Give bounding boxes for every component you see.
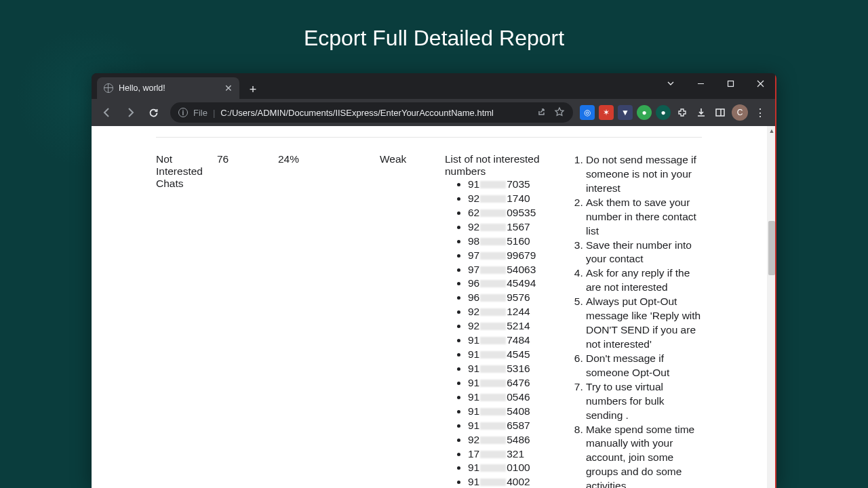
toolbar: i File | C:/Users/ADMIN/Documents/IISExp…: [92, 99, 776, 126]
maximize-button[interactable]: [715, 73, 745, 94]
list-item: 914545: [468, 348, 574, 362]
list-item: 925486: [468, 433, 574, 447]
tips-list: Do not send message if someone is not in…: [574, 153, 703, 488]
list-item: 921244: [468, 305, 574, 319]
extension-icon[interactable]: ▼: [618, 105, 633, 120]
list-item: Make spend some time manually with your …: [586, 423, 703, 488]
url-text: C:/Users/ADMIN/Documents/IISExpress/Ente…: [220, 108, 494, 118]
extensions: ◎ ✶ ▼ ● ● C ⋮: [580, 104, 771, 121]
list-item: Save their number into your contact: [586, 239, 703, 267]
row-count: 76: [217, 153, 278, 165]
list-item: 9645494: [468, 277, 574, 291]
share-icon[interactable]: [536, 106, 547, 119]
browser-tab[interactable]: Hello, world! ✕: [97, 77, 239, 99]
list-item: 915408: [468, 405, 574, 419]
new-tab-button[interactable]: +: [243, 80, 262, 99]
minimize-button[interactable]: [686, 73, 715, 94]
panel-icon[interactable]: [713, 105, 728, 120]
list-item: 916476: [468, 376, 574, 390]
address-bar[interactable]: i File | C:/Users/ADMIN/Documents/IISExp…: [170, 102, 573, 123]
list-item: Ask for any reply if the are not interes…: [586, 266, 703, 295]
row-label: Not Interested Chats: [156, 153, 217, 190]
menu-icon[interactable]: ⋮: [752, 106, 768, 119]
tab-title: Hello, world!: [119, 83, 165, 93]
list-item: 921567: [468, 220, 574, 235]
download-icon[interactable]: [694, 105, 709, 120]
window-controls: [656, 73, 776, 94]
url-scheme: File: [193, 108, 208, 118]
list-item: 910546: [468, 390, 574, 405]
extension-icon[interactable]: ◎: [580, 105, 595, 120]
tips-column: Do not send message if someone is not in…: [574, 153, 703, 488]
extension-icon[interactable]: ✶: [599, 105, 614, 120]
row-strength: Weak: [380, 153, 445, 165]
list-item: Always put Opt-Out message like 'Reply w…: [586, 295, 703, 352]
puzzle-icon[interactable]: [675, 105, 690, 120]
chevron-down-icon[interactable]: [656, 73, 686, 94]
globe-icon: [104, 83, 113, 93]
list-item: 916587: [468, 419, 574, 433]
numbers-title: List of not interested numbers: [445, 153, 574, 178]
numbers-list: 9170359217406209535921567985160979967997…: [445, 178, 574, 488]
report-row: Not Interested Chats 76 24% Weak List of…: [156, 153, 767, 488]
list-item: Try to use virtual numbers for bulk send…: [586, 380, 703, 423]
browser-window: Hello, world! ✕ + i File | C:/Users/ADMI…: [92, 73, 776, 488]
info-icon[interactable]: i: [178, 108, 188, 117]
list-item: 9754063: [468, 263, 574, 277]
list-item: 915316: [468, 362, 574, 376]
numbers-column: List of not interested numbers 917035921…: [445, 153, 574, 488]
list-item: Ask them to save your number in there co…: [586, 196, 703, 239]
divider: [156, 137, 702, 138]
list-item: 969576: [468, 291, 574, 305]
list-item: 985160: [468, 235, 574, 249]
page-viewport: ▲ Not Interested Chats 76 24% Weak List …: [92, 126, 776, 488]
extension-icon[interactable]: ●: [656, 105, 671, 120]
list-item: 9799679: [468, 249, 574, 263]
close-tab-icon[interactable]: ✕: [224, 83, 233, 93]
svg-rect-1: [716, 109, 724, 116]
star-icon[interactable]: [554, 106, 565, 119]
list-item: 910100: [468, 461, 574, 475]
avatar[interactable]: C: [732, 104, 748, 121]
forward-button[interactable]: [120, 102, 140, 123]
back-button[interactable]: [97, 102, 117, 123]
list-item: 917484: [468, 333, 574, 348]
svg-rect-0: [728, 81, 733, 86]
list-item: 17321: [468, 447, 574, 462]
extension-icon[interactable]: ●: [637, 105, 652, 120]
list-item: 925214: [468, 319, 574, 333]
list-item: Don't message if someone Opt-Out: [586, 352, 703, 380]
close-window-button[interactable]: [745, 73, 775, 94]
titlebar: Hello, world! ✕ +: [92, 73, 776, 99]
row-percent: 24%: [278, 153, 380, 165]
list-item: Do not send message if someone is not in…: [586, 153, 703, 196]
reload-button[interactable]: [143, 102, 163, 123]
page-title: Ecport Full Detailed Report: [0, 0, 868, 51]
list-item: 6209535: [468, 206, 574, 220]
separator: |: [213, 108, 215, 118]
list-item: 917035: [468, 178, 574, 192]
list-item: 921740: [468, 192, 574, 206]
list-item: 914002: [468, 475, 574, 488]
